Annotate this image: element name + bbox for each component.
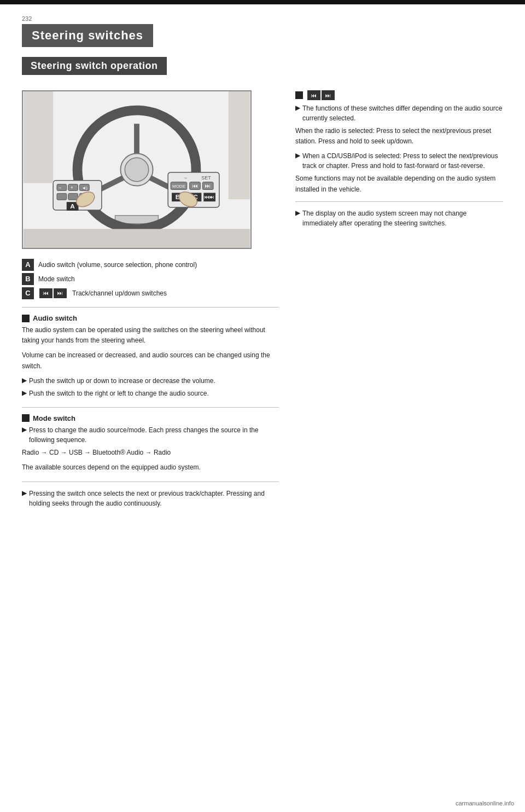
section-B-text2: The available sources depend on the equi… [22,462,279,473]
divider-2 [22,407,279,408]
prev-track-icon: ⏮ [39,288,52,298]
label-B: B Mode switch [22,273,279,285]
next-track-icon-right: ⏭ [322,90,335,100]
section-audio-switch: Audio switch The audio system can be ope… [22,314,279,398]
svg-rect-39 [229,91,250,199]
svg-text:MODE: MODE [172,184,185,189]
section-header: Steering switches [22,24,153,47]
prev-track-icon-right: ⏮ [307,90,320,100]
label-A-text: Audio switch (volume, source selection, … [38,260,197,270]
steering-wheel-diagram: − + ◄) A SET − MODE ⏮ [22,90,252,249]
svg-text:−: − [59,185,61,190]
section-A-arrow1-text: Push the switch up or down to increase o… [29,376,215,386]
section-B-arrow1-text: Press to change the audio source/mode. E… [29,425,279,445]
label-B-text: Mode switch [38,274,75,284]
arrow-icon-1: ▶ [22,376,27,384]
arrow-icon-3: ▶ [22,426,27,433]
svg-text:◄): ◄) [81,185,88,190]
right-text2: Some functions may not be available depe… [295,173,503,194]
svg-rect-38 [24,91,53,183]
subsection-header: Steering switch operation [22,57,167,75]
badge-B: B [22,273,34,285]
right-arrow2-text: When a CD/USB/iPod is selected: Press to… [302,151,503,171]
right-text1: When the radio is selected: Press to sel… [295,126,503,147]
svg-text:⏭: ⏭ [205,183,211,189]
section-B-text1: Radio → CD → USB → Bluetooth® Audio → Ra… [22,448,279,458]
arrow-icon-4: ▶ [22,489,27,497]
arrow-icon-5: ▶ [295,104,300,112]
arrow-icon-7: ▶ [295,209,300,217]
badge-C: C [22,287,34,299]
arrow-icon-2: ▶ [22,389,27,397]
section-marker-A [22,315,30,322]
svg-text:⏮⏭: ⏮⏭ [205,194,214,200]
svg-text:SET: SET [201,175,211,181]
badge-A: A [22,259,34,271]
left-column: − + ◄) A SET − MODE ⏮ [22,90,279,511]
section-mode-switch: Mode switch ▶ Press to change the audio … [22,414,279,473]
bottom-right-bullet1: ▶ The display on the audio system screen… [295,208,503,228]
right-arrow1-text: The functions of these switches differ d… [302,103,503,123]
divider-3 [22,482,279,482]
label-A: A Audio switch (volume, source selection… [22,259,279,271]
bottom-left-bullet1: ▶ Pressing the switch once selects the n… [22,489,279,508]
svg-text:−: − [184,175,187,181]
right-column: ⏮ ⏭ ▶ The functions of these switches di… [295,90,503,511]
section-A-bullet2: ▶ Push the switch to the right or left t… [22,388,279,398]
section-A-text2: Volume can be increased or decreased, an… [22,350,279,371]
section-A-arrow2-text: Push the switch to the right or left to … [29,388,209,398]
section-A-text1: The audio system can be operated using t… [22,325,279,346]
page-number-top: 232 [22,15,503,22]
svg-point-5 [125,158,148,181]
svg-rect-13 [57,193,67,200]
bottom-left-text1: Pressing the switch once selects the nex… [29,489,279,508]
label-C: C ⏮ ⏭ Track/channel up/down switches [22,287,279,299]
svg-text:⏮: ⏮ [192,183,198,189]
section-B-bullet1: ▶ Press to change the audio source/mode.… [22,425,279,445]
switch-labels: A Audio switch (volume, source selection… [22,259,279,299]
divider-1 [22,307,279,308]
right-bullet1: ▶ The functions of these switches differ… [295,103,503,123]
svg-text:+: + [71,185,73,190]
right-bullet2: ▶ When a CD/USB/iPod is selected: Press … [295,151,503,171]
skip-icons-inline: ⏮ ⏭ [39,288,67,298]
section-A-title: Audio switch [33,314,77,322]
skip-icons-right: ⏮ ⏭ [307,90,335,100]
divider-right [295,201,503,202]
label-C-text: Track/channel up/down switches [72,288,167,298]
svg-text:A: A [70,202,75,210]
svg-rect-40 [24,229,250,248]
section-marker-B [22,414,30,422]
bottom-right-text1: The display on the audio system screen m… [302,208,503,228]
section-A-bullet1: ▶ Push the switch up or down to increase… [22,376,279,386]
top-bar [0,0,525,4]
right-section-header: ⏮ ⏭ [295,90,503,100]
footer-logo: carmanualsonline.info [456,800,514,807]
section-B-title: Mode switch [33,414,75,422]
svg-rect-14 [68,193,78,200]
section-marker-right [295,91,303,99]
next-track-icon: ⏭ [54,288,67,298]
arrow-icon-6: ▶ [295,152,300,159]
